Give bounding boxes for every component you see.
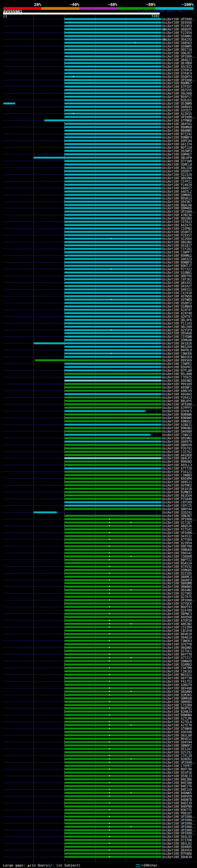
alignment-row[interactable]: UniRef100_B4E1S9 xyxy=(0,788,197,791)
hit-label[interactable]: UniRef100_A9QVI7 xyxy=(162,187,192,190)
alignment-row[interactable]: UniRef100_B8LRY5 xyxy=(0,399,197,403)
alignment-row[interactable]: UniRef100_Q5QHT3 xyxy=(0,230,197,234)
hit-label[interactable]: UniRef100_Q41027 xyxy=(162,284,192,288)
alignment-row[interactable]: UniRef100_A7TZ17 xyxy=(0,656,197,659)
alignment-row[interactable]: UniRef100_Q41816 xyxy=(0,342,197,345)
hit-label[interactable]: UniRef100_A6YT30 xyxy=(162,677,192,680)
hit-label[interactable]: UniRef100_Q4U0F3 xyxy=(162,579,192,582)
alignment-row[interactable]: UniRef100_Q27975 xyxy=(0,595,197,598)
alignment-row[interactable]: UniRef100_P16121 xyxy=(0,470,197,473)
alignment-row[interactable]: UniRef100_B9N9W6 xyxy=(0,413,197,416)
alignment-row[interactable]: UniRef100_A2TE70 xyxy=(0,723,197,727)
hit-label[interactable]: UniRef100_C5WPE1 xyxy=(162,362,192,366)
alignment-row[interactable]: UniRef100_C1KC83 xyxy=(0,670,197,673)
hit-label[interactable]: UniRef100_A4S9E0 xyxy=(162,454,192,457)
alignment-row[interactable]: UniRef100_Q8RY44 xyxy=(0,507,197,511)
hit-label[interactable]: UniRef100_A9TWS0 xyxy=(162,295,192,298)
hit-label[interactable]: UniRef100_UPI000.. xyxy=(162,761,195,764)
hit-label[interactable]: UniRef100_Q76N60 xyxy=(162,727,192,731)
alignment-row[interactable]: UniRef100_A7UP39 xyxy=(0,619,197,622)
alignment-row[interactable]: UniRef100_Q43532 xyxy=(0,534,197,538)
hit-label[interactable]: UniRef100_Q93VU6 xyxy=(162,21,192,24)
hit-label[interactable]: UniRef100_B4YTT8 xyxy=(162,653,192,656)
hit-label[interactable]: UniRef100_Q8N0P2 xyxy=(162,744,192,747)
hit-label[interactable]: UniRef100_P08107 xyxy=(162,812,192,815)
alignment-row[interactable]: UniRef100_Q5I2A7 xyxy=(0,747,197,751)
alignment-row[interactable]: UniRef100_Q8LKP8 xyxy=(0,156,197,159)
alignment-row[interactable]: UniRef100_B4YTT8 xyxy=(0,653,197,656)
hit-label[interactable]: UniRef100_Q27975 xyxy=(162,595,192,598)
alignment-row[interactable]: UniRef100_B9N9W5 xyxy=(0,416,197,420)
hit-label[interactable]: UniRef100_A5H1H8 xyxy=(162,731,192,734)
hit-label[interactable]: UniRef100_Q40323 xyxy=(162,257,192,261)
hit-label[interactable]: UniRef100_C1N8B3 xyxy=(162,473,192,477)
hit-label[interactable]: UniRef100_UPI000.. xyxy=(162,822,195,825)
alignment-row[interactable]: UniRef100_B9NBF4 xyxy=(0,136,197,139)
hit-label[interactable]: UniRef100_Q9NGK9 xyxy=(162,548,192,552)
alignment-row[interactable]: UniRef100_C4J410 xyxy=(0,291,197,295)
hit-label[interactable]: UniRef100_Q943K7 xyxy=(162,200,192,204)
alignment-row[interactable]: UniRef100_Q94805 xyxy=(0,845,197,848)
hit-label[interactable]: UniRef100_Q41618 xyxy=(162,487,192,491)
alignment-row[interactable]: UniRef100_B8AC06 xyxy=(0,204,197,207)
hit-label[interactable]: UniRef100_C3YL39 xyxy=(162,754,192,757)
hit-label[interactable]: UniRef100_B7FL88 xyxy=(162,369,192,372)
alignment-row[interactable]: UniRef100_A7PIU7 xyxy=(0,85,197,88)
alignment-row[interactable]: UniRef100_B5A524 xyxy=(0,562,197,565)
hit-label[interactable]: UniRef100_Q5QHT2 xyxy=(162,302,192,305)
hit-label[interactable]: UniRef100_B4DNT8 xyxy=(162,798,192,802)
alignment-row[interactable]: UniRef100_Q25292 xyxy=(0,751,197,754)
hit-label[interactable]: UniRef100_Q5MCL0 xyxy=(162,163,192,166)
hit-label[interactable]: UniRef100_C5YEW8 xyxy=(162,335,192,338)
hit-label[interactable]: UniRef100_Q769C5 xyxy=(162,409,192,413)
alignment-row[interactable]: UniRef100_C6FCI5 xyxy=(0,504,197,507)
hit-label[interactable]: UniRef100_C5WPF7 xyxy=(162,251,192,254)
hit-label[interactable]: UniRef100_C1E762 xyxy=(162,450,192,454)
hit-label[interactable]: UniRef100_Q94805 xyxy=(162,845,192,848)
alignment-row[interactable]: UniRef100_Q17267 xyxy=(0,521,197,524)
alignment-row[interactable]: UniRef100_B9NBF3 xyxy=(0,261,197,264)
alignment-row[interactable]: UniRef100_B4FRL9 xyxy=(0,348,197,352)
hit-label[interactable]: UniRef100_Q0KKB3 xyxy=(162,700,192,704)
alignment-row[interactable]: UniRef100_UPI000.. xyxy=(0,403,197,406)
hit-label[interactable]: UniRef100_Q41817 xyxy=(162,244,192,247)
alignment-row[interactable]: UniRef100_B6VD12 xyxy=(0,737,197,741)
hit-label[interactable]: UniRef100_D0ETH8 xyxy=(162,545,192,548)
hit-label[interactable]: UniRef100_Q8RVV9 xyxy=(162,443,192,447)
hit-label[interactable]: UniRef100_B4FRL9 xyxy=(162,348,192,352)
hit-label[interactable]: UniRef100_C8CAY8 xyxy=(162,629,192,632)
alignment-row[interactable]: UniRef100_Q9LHA8 xyxy=(0,92,197,95)
hit-label[interactable]: UniRef100_Q6L9F6 xyxy=(162,318,192,322)
alignment-row[interactable]: UniRef100_C9WCK6 xyxy=(0,352,197,355)
hit-label[interactable]: UniRef100_P24629 xyxy=(162,183,192,187)
alignment-row[interactable]: UniRef100_O48563 xyxy=(0,41,197,45)
hit-label[interactable]: UniRef100_Q7Q7Y8 xyxy=(162,643,192,646)
alignment-row[interactable]: UniRef100_C5IZH4 xyxy=(0,626,197,629)
alignment-row[interactable]: UniRef100_A7YVD4 xyxy=(0,538,197,541)
alignment-row[interactable]: UniRef100_Q96267 xyxy=(0,52,197,55)
hit-label[interactable]: UniRef100_UPI000.. xyxy=(162,210,195,213)
alignment-row[interactable]: UniRef100_Q2HT97 xyxy=(0,315,197,318)
alignment-row[interactable]: UniRef100_Q6QAN4 xyxy=(0,690,197,693)
alignment-row[interactable]: UniRef100_Q27965 xyxy=(0,592,197,595)
alignment-row[interactable]: UniRef100_A9TWR9 xyxy=(0,298,197,302)
hit-label[interactable]: UniRef100_B4E3B6 xyxy=(162,778,192,781)
alignment-row[interactable]: UniRef100_A7XV32 xyxy=(0,565,197,568)
alignment-row[interactable]: UniRef100_Q769C5 xyxy=(0,409,197,413)
hit-label[interactable]: UniRef100_A3CDZ7 xyxy=(162,109,192,112)
alignment-row[interactable]: UniRef100_O73788 xyxy=(0,838,197,842)
hit-label[interactable]: UniRef100_Q9M4E6 xyxy=(162,207,192,210)
alignment-row[interactable]: UniRef100_A4S9E0 xyxy=(0,454,197,457)
hit-label[interactable]: UniRef100_Q6S4N2 xyxy=(162,588,192,592)
alignment-row[interactable]: UniRef100_B7PAR6 xyxy=(0,852,197,856)
alignment-row[interactable]: UniRef100_Q93VU6 xyxy=(0,21,197,24)
alignment-row[interactable]: UniRef100_Q5QHT4 xyxy=(0,75,197,79)
alignment-row[interactable]: UniRef100_UPI000.. xyxy=(0,822,197,825)
hit-label[interactable]: UniRef100_A9SNF1 xyxy=(162,386,192,389)
alignment-row[interactable]: UniRef100_UPI000.. xyxy=(0,531,197,534)
alignment-row[interactable]: UniRef100_C9WE63 xyxy=(0,639,197,643)
alignment-row[interactable]: UniRef100_Q8GSN4 xyxy=(0,177,197,180)
alignment-row[interactable]: UniRef100_C5KTM9 xyxy=(0,666,197,670)
alignment-row[interactable]: UniRef100_Q86MC3 xyxy=(0,575,197,579)
alignment-row[interactable]: UniRef100_A9RCV9 xyxy=(0,389,197,393)
